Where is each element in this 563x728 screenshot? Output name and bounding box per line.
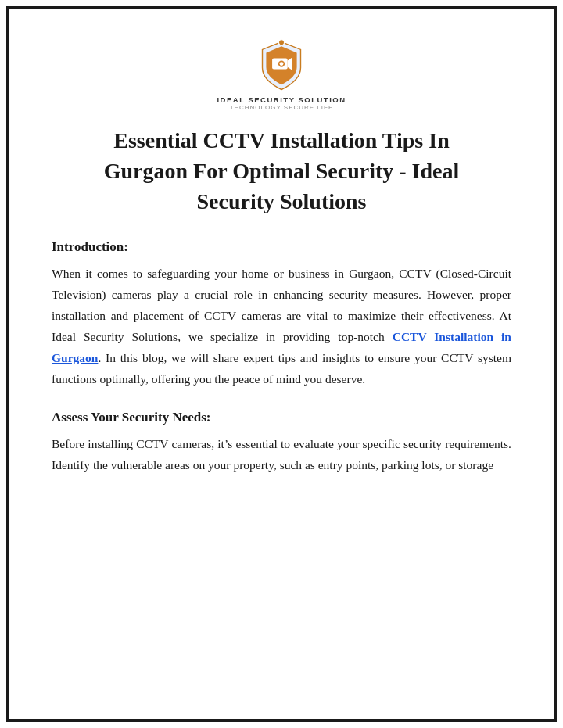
logo-tagline: TECHNOLOGY SECURE LIFE — [230, 104, 334, 111]
logo-brand-name: IDEAL SECURITY SOLUTION — [217, 95, 346, 104]
assess-paragraph: Before installing CCTV cameras, it’s ess… — [52, 433, 511, 475]
assess-section: Assess Your Security Needs: Before insta… — [52, 410, 511, 475]
page-content: IDEAL SECURITY SOLUTION TECHNOLOGY SECUR… — [14, 14, 549, 714]
logo-icon — [254, 38, 309, 92]
svg-point-4 — [279, 40, 285, 45]
intro-section: Introduction: When it comes to safeguard… — [52, 239, 511, 390]
logo-container: IDEAL SECURITY SOLUTION TECHNOLOGY SECUR… — [52, 30, 511, 111]
main-title: Essential CCTV Installation Tips In Gurg… — [52, 125, 511, 217]
intro-heading: Introduction: — [52, 239, 511, 255]
intro-paragraph: When it comes to safeguarding your home … — [52, 263, 511, 390]
assess-heading: Assess Your Security Needs: — [52, 410, 511, 425]
svg-point-2 — [280, 62, 284, 66]
